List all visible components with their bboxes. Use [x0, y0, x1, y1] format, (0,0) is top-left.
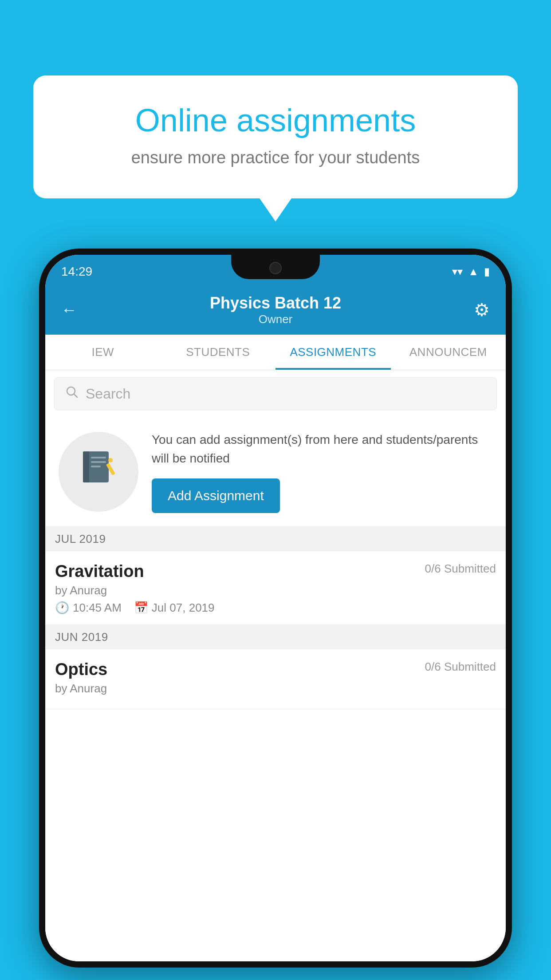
speech-bubble: Online assignments ensure more practice … [33, 75, 518, 198]
assignment-name-optics: Optics [55, 660, 107, 679]
meta-time: 🕐 10:45 AM [55, 601, 122, 615]
settings-icon[interactable]: ⚙ [474, 300, 490, 320]
signal-icon: ▲ [468, 265, 479, 278]
search-bar[interactable]: Search [54, 377, 497, 410]
back-button[interactable]: ← [61, 300, 77, 319]
tab-iew[interactable]: IEW [45, 335, 161, 370]
empty-state: You can add assignment(s) from here and … [45, 417, 506, 527]
month-header-jul: JUL 2019 [45, 527, 506, 551]
svg-line-1 [74, 394, 78, 398]
tab-announcements[interactable]: ANNOUNCEM [391, 335, 506, 370]
speech-bubble-container: Online assignments ensure more practice … [33, 75, 518, 198]
svg-rect-6 [91, 466, 101, 467]
svg-rect-5 [91, 461, 106, 463]
status-icons: ▾▾ ▲ ▮ [452, 265, 490, 278]
add-assignment-button[interactable]: Add Assignment [152, 478, 280, 513]
assignment-item-gravitation[interactable]: Gravitation 0/6 Submitted by Anurag 🕐 10… [45, 551, 506, 625]
phone-frame: 14:29 ▾▾ ▲ ▮ ← Physics Batch 12 Owner ⚙ … [39, 249, 512, 968]
bubble-subtitle: ensure more practice for your students [64, 148, 487, 167]
tab-students[interactable]: STUDENTS [161, 335, 276, 370]
svg-point-8 [108, 458, 113, 462]
header-subtitle: Owner [210, 312, 341, 326]
calendar-icon: 📅 [134, 601, 148, 615]
assignment-row-top-optics: Optics 0/6 Submitted [55, 660, 496, 679]
screen-content: Search [45, 370, 506, 961]
phone-camera [269, 262, 282, 274]
search-bar-wrapper: Search [45, 370, 506, 417]
svg-rect-4 [91, 457, 106, 458]
search-icon [65, 385, 79, 402]
empty-state-right: You can add assignment(s) from here and … [152, 431, 497, 513]
svg-rect-3 [83, 451, 89, 482]
month-header-jun: JUN 2019 [45, 625, 506, 649]
app-header: ← Physics Batch 12 Owner ⚙ [45, 285, 506, 335]
empty-state-description: You can add assignment(s) from here and … [152, 431, 497, 468]
battery-icon: ▮ [484, 265, 490, 278]
search-placeholder: Search [86, 386, 130, 402]
phone-notch [231, 255, 320, 279]
assignment-meta: 🕐 10:45 AM 📅 Jul 07, 2019 [55, 601, 496, 615]
notebook-icon [79, 448, 118, 496]
clock-icon: 🕐 [55, 601, 69, 615]
empty-icon-circle [59, 432, 138, 512]
assignment-submitted-optics: 0/6 Submitted [425, 660, 496, 674]
status-time: 14:29 [61, 265, 92, 279]
assignment-name: Gravitation [55, 562, 144, 581]
assignment-item-optics[interactable]: Optics 0/6 Submitted by Anurag [45, 649, 506, 709]
meta-date: 📅 Jul 07, 2019 [134, 601, 215, 615]
phone-screen: 14:29 ▾▾ ▲ ▮ ← Physics Batch 12 Owner ⚙ … [45, 255, 506, 961]
assignment-submitted: 0/6 Submitted [425, 562, 496, 576]
header-title-block: Physics Batch 12 Owner [210, 294, 341, 326]
assignment-by: by Anurag [55, 584, 496, 597]
assignment-row-top: Gravitation 0/6 Submitted [55, 562, 496, 581]
assignment-by-optics: by Anurag [55, 682, 496, 695]
meta-time-value: 10:45 AM [73, 601, 122, 615]
bubble-title: Online assignments [64, 102, 487, 138]
tabs-bar: IEW STUDENTS ASSIGNMENTS ANNOUNCEM [45, 335, 506, 370]
wifi-icon: ▾▾ [452, 265, 463, 278]
header-title: Physics Batch 12 [210, 294, 341, 312]
tab-assignments[interactable]: ASSIGNMENTS [276, 335, 391, 370]
meta-date-value: Jul 07, 2019 [152, 601, 215, 615]
